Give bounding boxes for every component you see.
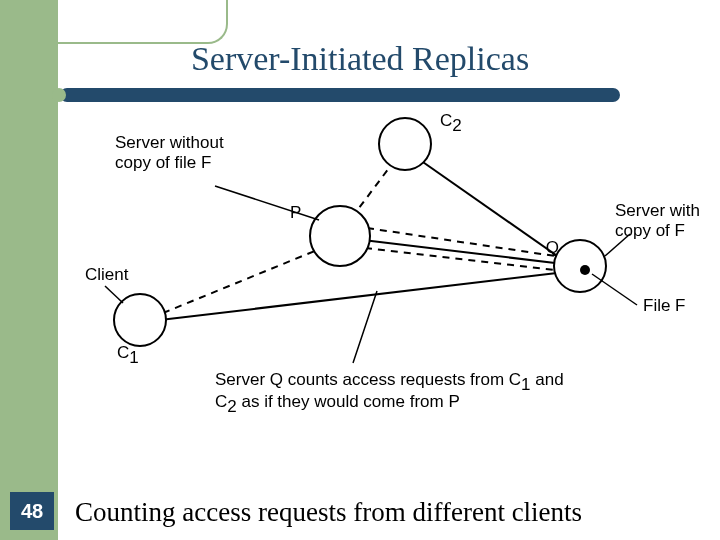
label-p: P [290,203,301,222]
label-server-with: Server with copy of F [615,201,700,240]
slide-corner-box [58,0,228,44]
label-file-f: File F [643,296,686,315]
slide-title: Server-Initiated Replicas [0,40,720,78]
slide-caption: Counting access requests from different … [75,497,582,528]
label-server-without: Server without copy of file F [115,133,228,172]
svg-line-8 [105,286,123,303]
slide-number: 48 [10,492,54,530]
label-q: Q [546,238,559,257]
label-c2: C2 [440,111,462,135]
node-p [310,206,370,266]
slide-number-text: 48 [21,500,43,523]
label-note: Server Q counts access requests from C1 … [215,370,568,416]
label-client: Client [85,265,129,284]
slide-sidebar [0,0,58,540]
svg-line-11 [353,291,377,363]
node-c2 [379,118,431,170]
svg-line-7 [215,186,319,220]
title-underline [60,88,620,102]
node-q [554,240,606,292]
network-diagram: C2 P Q C1 Server without copy of file F … [85,108,700,438]
svg-line-2 [160,273,557,320]
svg-line-0 [410,153,563,260]
svg-line-10 [592,274,637,305]
file-f-dot [580,265,590,275]
